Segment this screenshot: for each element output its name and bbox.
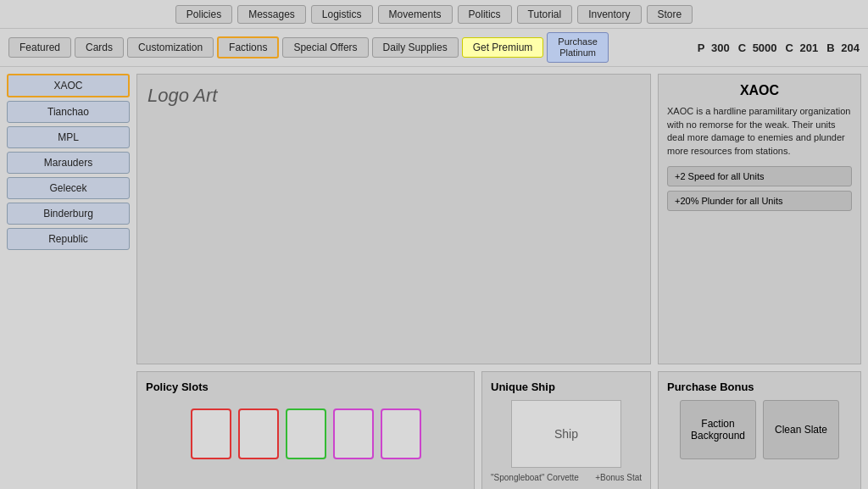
sidebar-item-xaoc[interactable]: XAOC <box>7 74 130 97</box>
policy-slot-2 <box>238 408 279 459</box>
policy-slots-container <box>146 400 465 468</box>
unique-ship-panel: Unique Ship Ship "Spongleboat" Corvette … <box>481 371 651 489</box>
sec-nav: Featured Cards Customization Factions Sp… <box>0 28 868 67</box>
ship-bonus: +Bonus Stat <box>595 473 642 482</box>
purchase-bonus-panel: Purchase Bonus Faction Background Clean … <box>658 371 861 489</box>
currency-c1-symbol: C <box>738 42 746 54</box>
faction-description: XAOC is a hardline paramilitary organiza… <box>667 105 852 158</box>
nav-tutorial-button[interactable]: Tutorial <box>517 5 573 24</box>
purchase-bonus-clean-slate: Clean Slate <box>763 400 839 459</box>
currency-c1: C 5000 <box>738 42 777 54</box>
tab-cards[interactable]: Cards <box>75 37 124 58</box>
ship-label: Ship <box>554 427 578 441</box>
ship-caption: "Spongleboat" Corvette +Bonus Stat <box>491 473 642 482</box>
nav-logistics-button[interactable]: Logistics <box>311 5 373 24</box>
nav-store-button[interactable]: Store <box>647 5 693 24</box>
tab-featured[interactable]: Featured <box>8 37 71 58</box>
top-row: Logo Art XAOC XAOC is a hardline paramil… <box>136 74 861 364</box>
sidebar-item-gelecek[interactable]: Gelecek <box>7 177 130 199</box>
faction-bonus-2: +20% Plunder for all Units <box>667 191 852 211</box>
faction-info-panel: XAOC XAOC is a hardline paramilitary org… <box>658 74 861 364</box>
center-area: Logo Art XAOC XAOC is a hardline paramil… <box>136 74 861 489</box>
nav-movements-button[interactable]: Movements <box>378 5 453 24</box>
logo-art-label: Logo Art <box>147 85 217 107</box>
main-content: XAOC Tianchao MPL Marauders Gelecek Bind… <box>0 67 868 489</box>
get-premium-button[interactable]: Get Premium <box>462 37 544 58</box>
currency-b-value: 204 <box>841 42 860 54</box>
policy-slot-3 <box>286 408 326 459</box>
currency-p-symbol: P <box>698 42 705 54</box>
currency-c2-symbol: C <box>786 42 793 54</box>
purchase-bonus-faction-bg: Faction Background <box>680 400 756 459</box>
policy-slot-4 <box>333 408 374 459</box>
tab-special-offers[interactable]: Special Offers <box>282 37 368 58</box>
policy-slots-title: Policy Slots <box>146 381 465 393</box>
unique-ship-title: Unique Ship <box>491 381 642 393</box>
sidebar-item-republic[interactable]: Republic <box>7 228 130 250</box>
policy-slot-5 <box>381 408 421 459</box>
purchase-platinum-button[interactable]: Purchase Platinum <box>547 32 608 63</box>
policy-slot-1 <box>191 408 231 459</box>
logo-art-panel: Logo Art <box>136 74 651 364</box>
bottom-row: Policy Slots Unique Ship Ship "Sponglebo… <box>136 371 861 489</box>
sidebar-item-marauders[interactable]: Marauders <box>7 152 130 174</box>
purchase-bonuses-container: Faction Background Clean Slate <box>667 400 852 459</box>
purchase-bonus-title: Purchase Bonus <box>667 381 852 393</box>
top-nav: Policies Messages Logistics Movements Po… <box>0 0 868 28</box>
currency-p: P 300 <box>698 42 730 54</box>
sidebar-item-mpl[interactable]: MPL <box>7 126 130 148</box>
currency-b-symbol: B <box>826 42 834 54</box>
currency-p-value: 300 <box>711 42 730 54</box>
faction-bonus-1: +2 Speed for all Units <box>667 166 852 186</box>
faction-sidebar: XAOC Tianchao MPL Marauders Gelecek Bind… <box>7 74 130 489</box>
currency-c1-value: 5000 <box>753 42 777 54</box>
sidebar-item-binderburg[interactable]: Binderburg <box>7 203 130 225</box>
nav-policies-button[interactable]: Policies <box>175 5 232 24</box>
policy-slots-panel: Policy Slots <box>136 371 475 489</box>
tab-daily-supplies[interactable]: Daily Supplies <box>372 37 459 58</box>
tab-factions[interactable]: Factions <box>217 36 279 58</box>
faction-title: XAOC <box>667 83 852 98</box>
ship-name: "Spongleboat" Corvette <box>491 473 579 482</box>
nav-messages-button[interactable]: Messages <box>237 5 306 24</box>
currency-bar: P 300 C 5000 C 201 B 204 <box>698 42 860 54</box>
nav-politics-button[interactable]: Politics <box>458 5 512 24</box>
ship-image: Ship <box>511 400 621 468</box>
sidebar-item-tianchao[interactable]: Tianchao <box>7 101 130 123</box>
currency-c2: C 201 <box>786 42 819 54</box>
tab-customization[interactable]: Customization <box>127 37 214 58</box>
currency-b: B 204 <box>826 42 860 54</box>
currency-c2-value: 201 <box>800 42 819 54</box>
nav-inventory-button[interactable]: Inventory <box>577 5 641 24</box>
